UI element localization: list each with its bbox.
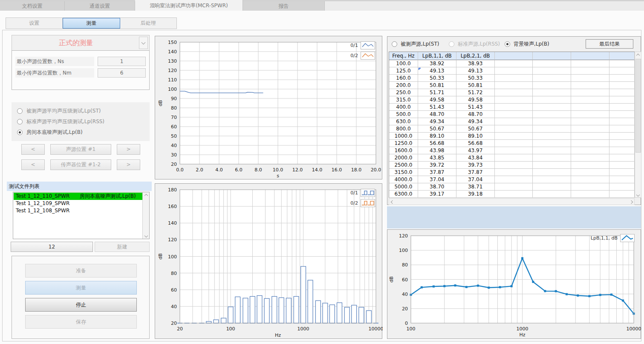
table-cell[interactable] (533, 82, 571, 89)
source-position-label-button[interactable]: 声源位置 #1 (50, 144, 111, 155)
param-field-value[interactable]: 6 (98, 68, 146, 78)
result-source-radio[interactable]: 背景噪声,Lp(B) (505, 40, 549, 48)
table-cell[interactable] (609, 89, 635, 96)
table-cell[interactable] (571, 154, 609, 162)
table-cell[interactable] (571, 147, 609, 154)
table-cell[interactable]: 51.43 (418, 104, 456, 111)
table-cell[interactable]: 160.0 (389, 75, 418, 82)
table-cell[interactable]: 1600.0 (389, 147, 418, 154)
table-cell[interactable] (571, 133, 609, 140)
table-cell[interactable]: 49.58 (418, 96, 456, 104)
table-cell[interactable] (571, 183, 609, 191)
table-cell[interactable]: 43.85 (418, 154, 456, 162)
table-cell[interactable] (495, 125, 533, 133)
scroll-right-button[interactable] (628, 199, 634, 205)
table-cell[interactable]: 500.0 (389, 111, 418, 118)
table-cell[interactable]: 89.10 (456, 133, 495, 140)
table-cell[interactable] (609, 82, 635, 89)
table-cell[interactable] (609, 147, 635, 154)
table-cell[interactable]: 1000.0 (389, 133, 418, 140)
table-cell[interactable] (609, 67, 635, 75)
subtab-1[interactable]: 设置 (6, 18, 63, 29)
measurement-mode-dropdown[interactable]: 正式的测量 (12, 35, 150, 51)
table-cell[interactable]: 49.58 (456, 96, 495, 104)
table-cell[interactable]: 56.68 (418, 140, 456, 147)
microphone-position-next-button[interactable]: > (117, 159, 140, 170)
table-cell[interactable] (533, 75, 571, 82)
stop-button[interactable]: 停止 (25, 298, 137, 312)
legend-line-icon[interactable] (361, 41, 375, 49)
param-field-value[interactable]: 1 (98, 57, 146, 66)
table-cell[interactable]: 51.72 (456, 89, 495, 96)
table-cell[interactable]: 250.0 (389, 89, 418, 96)
table-cell[interactable] (609, 75, 635, 82)
table-cell[interactable]: 49.13 (418, 67, 456, 75)
table-cell[interactable] (609, 176, 635, 183)
test-type-radio[interactable]: 标准声源平均声压级测试,Lp(RSS) (17, 118, 104, 125)
table-cell[interactable]: 315.0 (389, 96, 418, 104)
table-cell[interactable] (533, 60, 571, 67)
table-cell[interactable] (609, 118, 635, 125)
legend-bar-icon[interactable] (361, 189, 375, 197)
table-cell[interactable] (571, 118, 609, 125)
table-cell[interactable]: 6300.0 (389, 191, 418, 198)
table-vertical-scrollbar[interactable] (635, 52, 641, 198)
scroll-up-button[interactable] (635, 52, 641, 58)
table-cell[interactable] (609, 133, 635, 140)
table-cell[interactable] (609, 96, 635, 104)
test-file-list[interactable]: Test 1_12_110_SPWR房间本底噪声测试,Lp(B)Test 1_1… (13, 192, 150, 239)
table-cell[interactable] (495, 169, 533, 176)
table-cell[interactable]: 49.34 (456, 118, 495, 125)
table-cell[interactable] (571, 169, 609, 176)
result-source-radio[interactable]: 被测声源,Lp(ST) (392, 40, 439, 48)
table-cell[interactable] (495, 82, 533, 89)
table-cell[interactable] (495, 75, 533, 82)
table-cell[interactable]: 5000.0 (389, 183, 418, 191)
table-cell[interactable]: 2500.0 (389, 162, 418, 169)
list-item[interactable]: Test 1_12_108_SPWR (14, 207, 142, 214)
table-cell[interactable] (533, 183, 571, 191)
table-cell[interactable] (571, 60, 609, 67)
table-cell[interactable] (495, 111, 533, 118)
table-cell[interactable] (495, 104, 533, 111)
subtab-2[interactable]: 测量 (63, 18, 120, 29)
test-type-radio[interactable]: 房间本底噪声测试,Lp(B) (17, 128, 83, 136)
table-cell[interactable]: 39.73 (456, 162, 495, 169)
table-cell[interactable] (571, 140, 609, 147)
table-cell[interactable] (609, 154, 635, 162)
table-cell[interactable]: 51.43 (456, 104, 495, 111)
table-cell[interactable] (571, 191, 609, 198)
table-cell[interactable] (571, 176, 609, 183)
file-count-button[interactable]: 12 (11, 242, 93, 252)
table-cell[interactable] (533, 104, 571, 111)
legend-peak-icon[interactable] (620, 234, 635, 242)
table-cell[interactable] (495, 147, 533, 154)
table-cell[interactable]: 39.17 (418, 191, 456, 198)
table-cell[interactable]: 200.0 (389, 82, 418, 89)
table-cell[interactable]: 50.33 (418, 75, 456, 82)
table-cell[interactable]: 38.92 (418, 60, 456, 67)
table-cell[interactable] (533, 118, 571, 125)
table-cell[interactable]: 50.81 (456, 82, 495, 89)
table-cell[interactable]: 4000.0 (389, 176, 418, 183)
table-cell[interactable] (609, 183, 635, 191)
table-cell[interactable]: 38.70 (418, 183, 456, 191)
table-cell[interactable] (571, 89, 609, 96)
tab-4[interactable]: 报告 (243, 1, 325, 11)
table-cell[interactable]: 39.18 (456, 191, 495, 198)
table-cell[interactable] (571, 104, 609, 111)
table-cell[interactable] (533, 140, 571, 147)
table-cell[interactable] (571, 96, 609, 104)
table-cell[interactable] (495, 67, 533, 75)
table-horizontal-scrollbar[interactable] (389, 198, 635, 205)
list-item[interactable]: Test 1_12_109_SPWR (14, 200, 142, 207)
table-cell[interactable] (533, 133, 571, 140)
table-cell[interactable] (609, 125, 635, 133)
save-button[interactable]: 保存 (25, 315, 137, 329)
table-cell[interactable] (495, 176, 533, 183)
table-cell[interactable]: 43.84 (456, 154, 495, 162)
source-position-prev-button[interactable]: < (21, 144, 45, 155)
table-cell[interactable]: 1250.0 (389, 140, 418, 147)
table-cell[interactable] (495, 191, 533, 198)
table-cell[interactable]: 39.72 (418, 162, 456, 169)
